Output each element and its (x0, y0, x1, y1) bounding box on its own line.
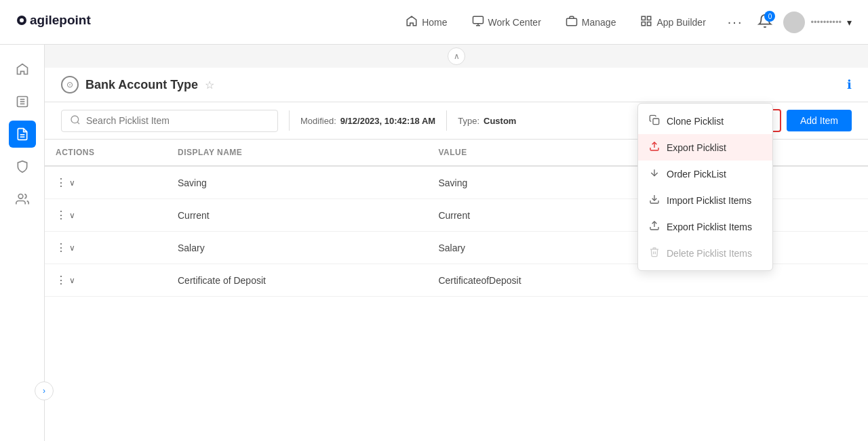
clone-icon (649, 114, 660, 127)
svg-point-17 (18, 194, 23, 199)
row-display-name-0: Saving (167, 166, 427, 199)
user-name: •••••••••• (810, 17, 842, 27)
favorite-star-icon[interactable]: ☆ (205, 79, 214, 91)
page-title: Bank Account Type (85, 78, 198, 92)
divider-1 (289, 110, 290, 131)
nav-appbuilder[interactable]: App Builder (631, 9, 715, 35)
col-actions: ACTIONS (45, 140, 167, 166)
svg-rect-3 (473, 16, 483, 24)
chevron-down-icon: ▾ (847, 17, 852, 28)
row-expand-btn-1[interactable]: ∨ (69, 211, 75, 220)
info-icon[interactable]: ℹ (847, 77, 852, 92)
dropdown-item-order[interactable]: Order PickList (638, 161, 772, 187)
row-more-btn-1[interactable]: ⋮ (56, 209, 66, 222)
nav-workcenter[interactable]: Work Center (462, 9, 551, 35)
brand-name: agilepoint (16, 18, 104, 35)
back-icon: ⊙ (66, 80, 73, 89)
nav-manage-label: Manage (582, 17, 616, 28)
sidebar-item-users[interactable] (9, 186, 36, 213)
row-actions-1: ⋮ ∨ (56, 209, 156, 222)
sidebar-item-forms[interactable] (9, 121, 36, 148)
sidebar-item-list[interactable] (9, 88, 36, 115)
svg-point-18 (71, 116, 79, 123)
avatar (783, 12, 805, 33)
sidebar-item-dashboard[interactable] (9, 56, 36, 83)
row-display-name-2: Salary (167, 232, 427, 264)
add-item-button[interactable]: Add Item (787, 110, 852, 131)
import-icon (649, 194, 660, 207)
row-actions-0: ⋮ ∨ (56, 176, 156, 189)
user-menu[interactable]: •••••••••• ▾ (783, 12, 852, 33)
svg-text:agilepoint: agilepoint (30, 13, 91, 27)
nav-more[interactable]: ··· (721, 9, 750, 35)
dropdown-item-label-order: Order PickList (667, 169, 726, 180)
divider-2 (446, 110, 447, 131)
notification-badge: 0 (764, 11, 775, 22)
row-display-name-3: Certificate of Deposit (167, 264, 427, 297)
delete-icon (649, 247, 660, 259)
page-header: ⊙ Bank Account Type ☆ ℹ (45, 68, 868, 102)
nav-items: Home Work Center Manage (396, 9, 749, 35)
briefcase-icon (566, 15, 578, 29)
dropdown-menu: Clone Picklist Export Picklist Order Pic… (637, 103, 773, 271)
home-icon (406, 15, 418, 29)
dropdown-item-label-clone: Clone Picklist (667, 116, 724, 127)
col-display-name: DISPLAY NAME (167, 140, 427, 166)
dropdown-item-import[interactable]: Import Picklist Items (638, 187, 772, 213)
svg-rect-6 (566, 18, 576, 26)
monitor-icon (472, 15, 484, 29)
grid-icon (640, 15, 652, 29)
collapse-button[interactable]: ∧ (448, 47, 465, 65)
nav-home[interactable]: Home (396, 9, 456, 35)
row-expand-btn-3[interactable]: ∨ (69, 276, 75, 285)
row-actions-2: ⋮ ∨ (56, 241, 156, 254)
svg-rect-21 (653, 119, 659, 125)
modified-label: Modified: (300, 116, 336, 126)
dropdown-item-delete: Delete Picklist Items (638, 240, 772, 266)
svg-rect-7 (642, 16, 646, 20)
search-wrap (61, 110, 278, 132)
order-icon (649, 167, 660, 180)
collapse-bar: ∧ (45, 45, 868, 68)
svg-point-1 (20, 18, 24, 22)
notification-bell[interactable]: 0 (757, 14, 772, 30)
row-actions-3: ⋮ ∨ (56, 274, 156, 287)
type-label: Type: (458, 116, 479, 126)
nav-right: 0 •••••••••• ▾ (757, 12, 852, 33)
nav-workcenter-label: Work Center (488, 17, 541, 28)
dropdown-item-label-export: Export Picklist (667, 142, 726, 153)
logo[interactable]: agilepoint (16, 9, 104, 36)
row-more-btn-0[interactable]: ⋮ (56, 176, 66, 189)
topnav: agilepoint Home Work Center (0, 0, 868, 45)
dropdown-item-label-import: Import Picklist Items (667, 195, 751, 206)
dropdown-item-label-delete: Delete Picklist Items (667, 248, 752, 259)
search-icon (70, 114, 81, 127)
type-value: Custom (484, 116, 516, 126)
export-icon (649, 141, 660, 154)
modified-info: Modified: 9/12/2023, 10:42:18 AM (300, 116, 435, 126)
sidebar-item-security[interactable] (9, 153, 36, 180)
svg-rect-8 (648, 16, 651, 20)
nav-appbuilder-label: App Builder (656, 17, 705, 28)
row-display-name-1: Current (167, 199, 427, 232)
dropdown-item-clone[interactable]: Clone Picklist (638, 108, 772, 134)
sidebar-expand-btn[interactable]: › (35, 381, 54, 400)
type-info: Type: Custom (458, 116, 516, 126)
svg-line-19 (77, 122, 79, 124)
row-expand-btn-0[interactable]: ∨ (69, 178, 75, 188)
dropdown-item-exportitems[interactable]: Export Picklist Items (638, 213, 772, 240)
sidebar: › (0, 45, 45, 441)
back-button[interactable]: ⊙ (61, 76, 79, 93)
nav-home-label: Home (422, 17, 447, 28)
svg-rect-9 (648, 22, 651, 26)
row-more-btn-3[interactable]: ⋮ (56, 274, 66, 287)
row-expand-btn-2[interactable]: ∨ (69, 243, 75, 253)
row-more-btn-2[interactable]: ⋮ (56, 241, 66, 254)
search-input[interactable] (86, 115, 269, 126)
exportitems-icon (649, 220, 660, 233)
nav-manage[interactable]: Manage (556, 9, 626, 35)
dropdown-item-export[interactable]: Export Picklist (638, 134, 772, 161)
modified-value: 9/12/2023, 10:42:18 AM (340, 116, 435, 126)
svg-rect-10 (642, 22, 646, 26)
dropdown-item-label-exportitems: Export Picklist Items (667, 222, 752, 232)
